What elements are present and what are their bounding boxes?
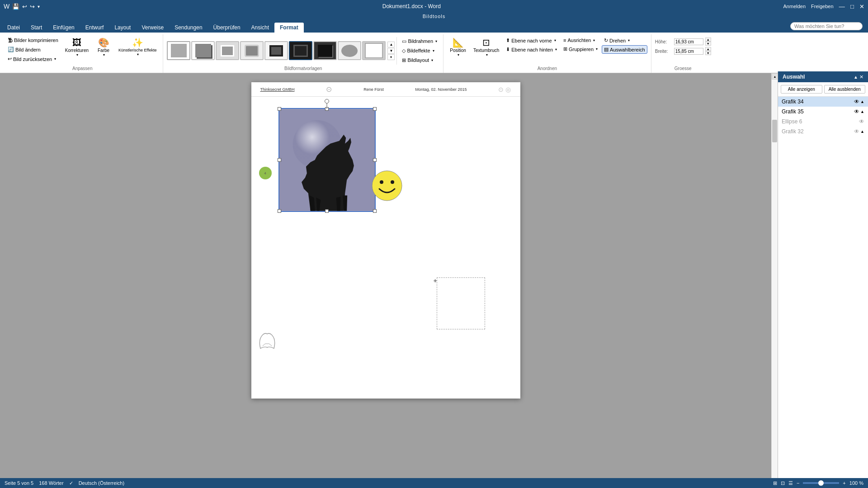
breite-input[interactable] bbox=[674, 48, 703, 55]
zoom-slider[interactable] bbox=[803, 482, 839, 484]
spell-check-icon[interactable]: ✓ bbox=[69, 480, 73, 486]
close-button[interactable]: ✕ bbox=[859, 3, 864, 10]
selection-item-grafik34[interactable]: Grafik 34 👁 ▲ bbox=[778, 97, 868, 107]
style-preset-9[interactable] bbox=[362, 41, 386, 60]
freigeben-link[interactable]: Freigeben bbox=[811, 4, 834, 9]
hoehe-input[interactable] bbox=[674, 38, 703, 45]
sel-handle-tr[interactable] bbox=[373, 107, 377, 111]
style-preset-6[interactable] bbox=[289, 41, 312, 60]
tab-sendungen[interactable]: Sendungen bbox=[169, 23, 208, 33]
kuenstlerische-effekte-button[interactable]: ✨ Künstlerische Effekte ▾ bbox=[116, 36, 159, 59]
bildeffekte-button[interactable]: ◇ Bildeffekte ▾ bbox=[400, 47, 439, 55]
anmelden-link[interactable]: Anmelden bbox=[783, 4, 806, 9]
style-preset-5[interactable] bbox=[264, 41, 288, 60]
tab-layout[interactable]: Layout bbox=[109, 23, 136, 33]
vertical-scrollbar[interactable]: ▲ ▼ bbox=[771, 73, 778, 488]
eye-ellipse6[interactable]: 👁 bbox=[859, 118, 864, 125]
drehen-button[interactable]: ↻ Drehen ▾ bbox=[602, 36, 647, 45]
redo-button[interactable]: ↪ bbox=[30, 3, 35, 10]
title-bar: W 💾 ↩ ↪ ▾ Dokument1.docx - Word Anmelden… bbox=[0, 0, 868, 13]
maximize-button[interactable]: □ bbox=[850, 3, 854, 10]
korrekturen-button[interactable]: 🖼 Korrekturen ▾ bbox=[62, 36, 91, 59]
style-presets: ▲ ▼ ▾ bbox=[167, 41, 395, 60]
search-input[interactable] bbox=[790, 22, 863, 30]
front-icon: ⬆ bbox=[506, 38, 510, 43]
move-up-grafik34[interactable]: ▲ bbox=[860, 99, 864, 105]
scroll-track[interactable] bbox=[772, 80, 778, 482]
alle-ausblenden-button[interactable]: Alle ausblenden bbox=[824, 85, 866, 94]
textumbruch-button[interactable]: ⊡ Textumbruch ▾ bbox=[471, 36, 502, 59]
tab-einfuegen[interactable]: Einfügen bbox=[47, 23, 80, 33]
minimize-button[interactable]: — bbox=[839, 3, 845, 10]
sel-handle-bl[interactable] bbox=[278, 209, 281, 213]
hoehe-up[interactable]: ▲ bbox=[705, 38, 711, 42]
tab-format[interactable]: Format bbox=[274, 23, 304, 33]
wolf-image[interactable] bbox=[278, 108, 376, 212]
style-preset-8[interactable] bbox=[338, 41, 361, 60]
tab-start[interactable]: Start bbox=[25, 23, 47, 33]
style-preset-7[interactable] bbox=[313, 41, 337, 60]
sel-handle-ml[interactable] bbox=[278, 158, 281, 162]
gruppieren-button[interactable]: ⊞ Gruppieren ▾ bbox=[561, 45, 600, 53]
ebene-vorne-button[interactable]: ⬆ Ebene nach vorne ▾ bbox=[504, 36, 559, 45]
view-print-button[interactable]: ⊞ bbox=[773, 480, 777, 486]
language[interactable]: Deutsch (Österreich) bbox=[79, 480, 124, 486]
selection-item-ellipse6[interactable]: Ellipse 6 👁 bbox=[778, 117, 868, 127]
scroll-up-button[interactable]: ▲ bbox=[772, 73, 778, 80]
scroll-thumb[interactable] bbox=[772, 120, 777, 142]
smiley-image[interactable] bbox=[371, 170, 403, 202]
selection-item-grafik32[interactable]: Grafik 32 👁 ▲ bbox=[778, 127, 868, 136]
sel-handle-mr[interactable] bbox=[373, 158, 377, 162]
eye-grafik34[interactable]: 👁 bbox=[854, 99, 859, 105]
panel-close-button[interactable]: ✕ bbox=[859, 74, 863, 80]
farbe-button[interactable]: 🎨 Farbe ▾ bbox=[93, 36, 114, 59]
bildlayout-button[interactable]: ⊞ Bildlayout ▾ bbox=[400, 56, 439, 65]
tab-datei[interactable]: Datei bbox=[2, 23, 25, 33]
bild-aendern-button[interactable]: 🔄 Bild ändern bbox=[5, 45, 61, 54]
style-scroll-down[interactable]: ▼ bbox=[387, 48, 395, 54]
smiley-svg bbox=[371, 170, 403, 202]
bilder-komprimieren-button[interactable]: 🗜 Bilder komprimieren bbox=[5, 36, 61, 44]
style-preset-2[interactable] bbox=[191, 41, 215, 60]
green-circle-shape[interactable]: 4 bbox=[259, 167, 272, 179]
view-read-button[interactable]: ☰ bbox=[788, 480, 793, 486]
style-preset-4[interactable] bbox=[240, 41, 264, 60]
selection-item-grafik35[interactable]: Grafik 35 👁 ▲ bbox=[778, 107, 868, 117]
breite-down[interactable]: ▼ bbox=[705, 51, 711, 55]
save-button[interactable]: 💾 bbox=[12, 3, 19, 10]
document-area[interactable]: Thinksecret GMBH ⊙ Rene Fürst Montag, 02… bbox=[0, 73, 771, 488]
view-web-button[interactable]: ⊡ bbox=[781, 480, 785, 486]
style-preset-1[interactable] bbox=[167, 41, 190, 60]
ausrichten-button[interactable]: ≡ Ausrichten ▾ bbox=[561, 36, 600, 44]
rotate-icon: ↻ bbox=[604, 38, 608, 43]
breite-up[interactable]: ▲ bbox=[705, 47, 711, 51]
sel-handle-bc[interactable] bbox=[325, 209, 329, 213]
tab-ueberpruefen[interactable]: Überprüfen bbox=[208, 23, 246, 33]
eye-grafik35[interactable]: 👁 bbox=[854, 108, 859, 115]
bildrahmen-button[interactable]: ▭ Bildrahmen ▾ bbox=[400, 37, 439, 46]
bild-zuruecksetzen-button[interactable]: ↩ Bild zurücksetzen ▾ bbox=[5, 55, 61, 63]
style-scroll-up[interactable]: ▲ bbox=[387, 42, 395, 47]
tab-ansicht[interactable]: Ansicht bbox=[246, 23, 274, 33]
svg-point-2 bbox=[372, 171, 402, 201]
panel-up-button[interactable]: ▲ bbox=[854, 74, 858, 80]
zoom-minus[interactable]: − bbox=[797, 480, 799, 486]
move-up-grafik35[interactable]: ▲ bbox=[860, 108, 864, 115]
style-preset-3[interactable] bbox=[216, 41, 239, 60]
style-more[interactable]: ▾ bbox=[387, 54, 395, 60]
sel-handle-br[interactable] bbox=[373, 209, 377, 213]
rotation-handle[interactable] bbox=[325, 99, 329, 103]
move-up-grafik32[interactable]: ▲ bbox=[860, 128, 864, 135]
position-button[interactable]: 📐 Position ▾ bbox=[447, 36, 469, 59]
hoehe-down[interactable]: ▼ bbox=[705, 42, 711, 46]
undo-button[interactable]: ↩ bbox=[22, 3, 27, 10]
tab-verweise[interactable]: Verweise bbox=[136, 23, 169, 33]
ebene-hinten-button[interactable]: ⬇ Ebene nach hinten ▾ bbox=[504, 45, 559, 54]
sel-handle-tl[interactable] bbox=[278, 107, 281, 111]
auswahlbereich-button[interactable]: ▤ Auswahlbereich bbox=[602, 45, 647, 54]
selection-box[interactable]: + bbox=[437, 277, 485, 329]
eye-grafik32[interactable]: 👁 bbox=[854, 128, 859, 135]
alle-anzeigen-button[interactable]: Alle anzeigen bbox=[781, 85, 822, 94]
tab-entwurf[interactable]: Entwurf bbox=[80, 23, 109, 33]
zoom-plus[interactable]: + bbox=[843, 480, 845, 486]
